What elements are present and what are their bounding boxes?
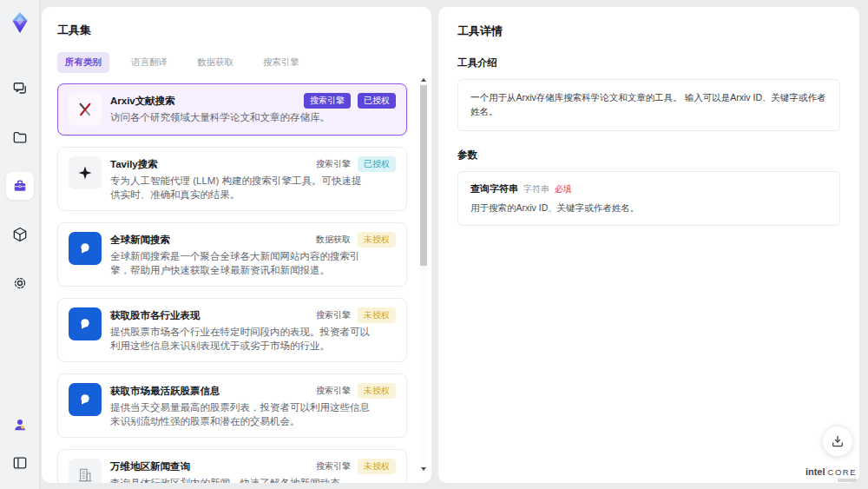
download-icon	[830, 433, 845, 449]
sidebar-item-collapse[interactable]	[6, 449, 34, 477]
chat-icon	[11, 80, 29, 97]
category-tag: 搜索引擎	[316, 309, 351, 321]
category-tab[interactable]: 所有类别	[57, 52, 109, 73]
sidebar-bottom	[0, 411, 40, 477]
brand-core: core	[828, 467, 857, 477]
app-logo[interactable]	[8, 10, 32, 35]
tool-name: 万维地区新闻查询	[110, 459, 190, 474]
tools-panel: 工具集 所有类别语言翻译数据获取搜索引擎 Arxiv文献搜索 搜索引擎已授权 访…	[42, 7, 431, 483]
auth-status-badge: 未授权	[358, 383, 396, 399]
tool-card[interactable]: Arxiv文献搜索 搜索引擎已授权 访问各个研究领域大量科学论文和文章的存储库。	[57, 83, 407, 135]
tool-description: 提供股票市场各个行业在特定时间段内的表现。投资者可以利用这些信息来识别表现优于或…	[110, 326, 371, 353]
globe-news-tool-icon	[69, 383, 102, 416]
param-description: 用于搜索的Arxiv ID、关键字或作者姓名。	[470, 202, 827, 215]
tool-name: Arxiv文献搜索	[110, 93, 175, 109]
scrollbar[interactable]	[420, 78, 427, 471]
auth-status-badge: 未授权	[358, 307, 396, 323]
tool-body: Arxiv文献搜索 搜索引擎已授权 访问各个研究领域大量科学论文和文章的存储库。	[110, 93, 396, 126]
category-tab[interactable]: 搜索引擎	[255, 52, 307, 73]
params-list: 查询字符串 字符串 必填 用于搜索的Arxiv ID、关键字或作者姓名。	[457, 171, 840, 226]
tool-card[interactable]: 全球新闻搜索 数据获取未授权 全球新闻搜索是一个聚合全球各大新闻网站内容的搜索引…	[57, 222, 407, 287]
scroll-up-icon[interactable]	[421, 78, 426, 82]
tool-name: 获取股市各行业表现	[110, 307, 201, 323]
tool-name: Tavily搜索	[110, 156, 158, 172]
tool-tags: 搜索引擎已授权	[304, 93, 396, 109]
brand-subtext	[838, 479, 857, 482]
category-tag: 搜索引擎	[304, 93, 351, 109]
auth-status-badge: 未授权	[358, 232, 396, 248]
tool-tags: 数据获取未授权	[316, 232, 396, 248]
tool-card[interactable]: 万维地区新闻查询 搜索引擎未授权 查询具体行政区划内的新闻，快速了解各地新闻动态	[57, 449, 407, 483]
scrollbar-thumb[interactable]	[420, 85, 427, 266]
intel-core-logo: intelcore	[806, 466, 857, 482]
sidebar-item-packages[interactable]	[6, 221, 34, 248]
building-tool-icon	[69, 459, 102, 483]
cube-icon	[11, 226, 29, 243]
category-tag: 搜索引擎	[316, 158, 351, 170]
tool-body: 获取股市各行业表现 搜索引擎未授权 提供股票市场各个行业在特定时间段内的表现。投…	[110, 307, 396, 353]
intro-heading: 工具介绍	[457, 56, 840, 69]
toolbox-icon	[11, 177, 29, 195]
tool-body: 获取市场最活跃股票信息 搜索引擎未授权 提供当天交易量最高的股票列表，投资者可以…	[110, 383, 396, 428]
tool-card[interactable]: Tavily搜索 搜索引擎已授权 专为人工智能代理 (LLM) 构建的搜索引擎工…	[57, 147, 407, 211]
sidebar-item-settings[interactable]	[6, 269, 34, 297]
category-tab[interactable]: 数据获取	[189, 52, 241, 73]
tool-body: 全球新闻搜索 数据获取未授权 全球新闻搜索是一个聚合全球各大新闻网站内容的搜索引…	[110, 232, 396, 277]
sidebar-nav	[6, 75, 34, 297]
sidebar-item-files[interactable]	[6, 123, 34, 151]
tool-list: Arxiv文献搜索 搜索引擎已授权 访问各个研究领域大量科学论文和文章的存储库。…	[57, 83, 416, 483]
intro-box: 一个用于从Arxiv存储库搜索科学论文和文章的工具。 输入可以是Arxiv ID…	[457, 79, 840, 131]
param-item: 查询字符串 字符串 必填 用于搜索的Arxiv ID、关键字或作者姓名。	[457, 171, 840, 226]
page-title: 工具集	[57, 23, 416, 38]
sidebar-item-user[interactable]	[6, 411, 34, 439]
tool-card[interactable]: 获取市场最活跃股票信息 搜索引擎未授权 提供当天交易量最高的股票列表，投资者可以…	[57, 373, 407, 438]
detail-panel: 工具详情 工具介绍 一个用于从Arxiv存储库搜索科学论文和文章的工具。 输入可…	[438, 7, 859, 483]
tool-description: 访问各个研究领域大量科学论文和文章的存储库。	[110, 111, 371, 125]
sidebar-item-tools[interactable]	[6, 172, 34, 200]
auth-status-badge: 未授权	[358, 459, 396, 474]
user-icon	[11, 416, 29, 433]
tool-description: 提供当天交易量最高的股票列表，投资者可以利用这些信息来识别流动性强的股票和潜在的…	[110, 401, 371, 428]
category-tabs: 所有类别语言翻译数据获取搜索引擎	[57, 52, 416, 73]
param-type: 字符串	[523, 183, 549, 195]
detail-title: 工具详情	[457, 23, 840, 39]
folder-icon	[11, 129, 29, 146]
tool-card[interactable]: 获取股市各行业表现 搜索引擎未授权 提供股票市场各个行业在特定时间段内的表现。投…	[57, 298, 407, 362]
tool-tags: 搜索引擎已授权	[316, 156, 396, 172]
collapse-panel-icon	[11, 454, 29, 472]
tool-name: 全球新闻搜索	[110, 232, 170, 248]
tool-body: 万维地区新闻查询 搜索引擎未授权 查询具体行政区划内的新闻，快速了解各地新闻动态	[110, 459, 396, 483]
category-tab[interactable]: 语言翻译	[123, 52, 175, 73]
scroll-down-icon[interactable]	[421, 467, 426, 471]
globe-news-tool-icon	[69, 232, 102, 265]
download-button[interactable]	[822, 426, 853, 457]
tool-name: 获取市场最活跃股票信息	[110, 383, 220, 399]
globe-news-tool-icon	[69, 307, 102, 340]
param-required: 必填	[555, 183, 572, 195]
category-tag: 搜索引擎	[316, 385, 351, 397]
tool-description: 查询具体行政区划内的新闻，快速了解各地新闻动态	[110, 477, 371, 483]
tool-tags: 搜索引擎未授权	[316, 307, 396, 323]
tool-body: Tavily搜索 搜索引擎已授权 专为人工智能代理 (LLM) 构建的搜索引擎工…	[110, 156, 396, 202]
arxiv-tool-icon	[69, 93, 102, 126]
params-heading: 参数	[457, 149, 840, 162]
gear-icon	[11, 274, 29, 292]
sidebar-item-chat[interactable]	[6, 75, 34, 102]
auth-status-badge: 已授权	[358, 156, 396, 172]
gem-logo-icon	[9, 11, 31, 34]
category-tag: 搜索引擎	[316, 460, 351, 472]
category-tag: 数据获取	[316, 234, 351, 246]
sidebar	[0, 0, 40, 489]
tool-tags: 搜索引擎未授权	[316, 459, 396, 474]
brand-intel: intel	[806, 466, 825, 477]
param-name: 查询字符串	[470, 182, 518, 195]
tool-description: 专为人工智能代理 (LLM) 构建的搜索引擎工具。可快速提供实时、准确和真实的结…	[110, 175, 371, 202]
tool-description: 全球新闻搜索是一个聚合全球各大新闻网站内容的搜索引擎，帮助用户快速获取全球最新资…	[110, 250, 371, 277]
sparkle-tool-icon	[69, 156, 102, 189]
intro-text: 一个用于从Arxiv存储库搜索科学论文和文章的工具。 输入可以是Arxiv ID…	[470, 91, 827, 119]
tool-tags: 搜索引擎未授权	[316, 383, 396, 399]
auth-status-badge: 已授权	[358, 93, 396, 109]
